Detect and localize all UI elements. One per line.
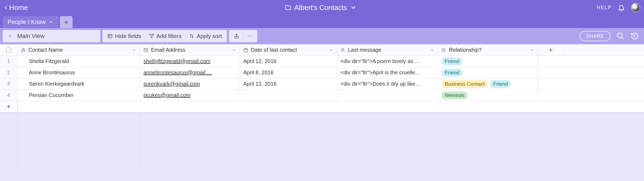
multiselect-icon xyxy=(441,48,446,53)
cell-message[interactable]: <div dir="ltr">Does it dry up like… xyxy=(337,78,438,89)
tab-people-i-know[interactable]: People I Know xyxy=(3,16,58,28)
home-label: Home xyxy=(9,4,28,12)
svg-marker-3 xyxy=(150,34,154,38)
svg-rect-10 xyxy=(22,50,25,52)
chevron-down-icon xyxy=(350,4,359,11)
share-button[interactable]: SHARE xyxy=(580,31,611,41)
tag-friend: Friend xyxy=(441,69,463,77)
cell-relationship[interactable]: Friend xyxy=(438,56,538,67)
svg-point-25 xyxy=(442,51,443,51)
cell-email[interactable]: shellyjfitzgerald@gmail.com xyxy=(140,56,240,67)
table-row: 3Søren Kierkegaardvarksorenkvark@gmail.c… xyxy=(0,78,644,90)
cell-relationship[interactable]: Business ContactFriend xyxy=(438,78,538,89)
chevron-down-icon xyxy=(49,20,53,25)
row-number[interactable]: 3 xyxy=(0,78,18,89)
history-icon[interactable] xyxy=(631,32,639,40)
cell-email[interactable]: sorenkvark@gmail.com xyxy=(140,78,240,89)
row-number[interactable]: 4 xyxy=(0,90,18,101)
row-tail xyxy=(564,78,644,89)
cell-email[interactable]: annebrontesaurus@gmail.… xyxy=(140,67,240,78)
cell-spacer xyxy=(538,90,564,101)
base-name: Albert's Contacts xyxy=(294,4,347,12)
cell-name[interactable]: Anne Brontësaurus xyxy=(18,67,140,78)
more-button[interactable] xyxy=(243,30,256,42)
select-all-checkbox[interactable] xyxy=(6,48,11,53)
apply-sort-button[interactable]: Apply sort xyxy=(185,30,225,42)
toolbar-group-share xyxy=(229,30,257,42)
home-link[interactable]: Home xyxy=(4,4,28,12)
svg-point-8 xyxy=(618,33,622,38)
svg-rect-0 xyxy=(108,34,112,38)
cell-name[interactable]: Persian Cucumber xyxy=(18,90,140,101)
table-tabs: People I Know + xyxy=(0,15,644,28)
cell-date[interactable]: April 8, 2016 xyxy=(240,67,337,78)
chevron-down-icon[interactable] xyxy=(329,48,334,53)
cell-message[interactable]: <div dir="ltr">A poem lovely as … xyxy=(337,56,438,67)
column-header-email[interactable]: Email Address xyxy=(140,44,240,55)
cell-date[interactable]: April 12, 2016 xyxy=(240,78,337,89)
svg-point-7 xyxy=(251,36,252,37)
calendar-icon: 7 xyxy=(243,48,248,53)
add-table-button[interactable]: + xyxy=(60,16,73,28)
chevron-down-icon[interactable] xyxy=(530,48,535,53)
filter-icon xyxy=(149,33,154,39)
cell-spacer xyxy=(538,78,564,89)
cell-name[interactable]: Søren Kierkegaardvark xyxy=(18,78,140,89)
view-name: Main View xyxy=(17,33,44,40)
table-row: 4Persian Cucumberpcukes@gmail.comNemesis xyxy=(0,90,644,101)
add-column-button[interactable]: + xyxy=(538,44,564,55)
row-number[interactable]: 2 xyxy=(0,67,18,78)
share-icon xyxy=(234,33,239,39)
chevron-left-icon xyxy=(4,5,9,10)
row-tail xyxy=(564,90,644,101)
cell-name[interactable]: Shella Fitzgerald xyxy=(18,56,140,67)
column-header-relationship[interactable]: Relationship? xyxy=(438,44,538,55)
row-tail xyxy=(331,101,644,112)
grid-icon xyxy=(107,33,113,39)
cell-message[interactable] xyxy=(337,90,438,101)
chevron-down-icon[interactable] xyxy=(232,48,237,53)
view-selector[interactable]: Main View xyxy=(3,30,100,42)
column-header-message[interactable]: Last message xyxy=(337,44,438,55)
add-filters-button[interactable]: Add filters xyxy=(145,30,185,42)
svg-text:7: 7 xyxy=(245,50,246,51)
svg-line-9 xyxy=(622,37,624,39)
base-title[interactable]: Albert's Contacts xyxy=(285,4,359,12)
cell-relationship[interactable]: Friend xyxy=(438,67,538,78)
bell-icon[interactable] xyxy=(618,4,625,11)
column-header-name[interactable]: Contact Name xyxy=(18,44,140,55)
svg-point-5 xyxy=(248,36,249,37)
chevron-down-icon[interactable] xyxy=(132,48,137,53)
search-icon[interactable] xyxy=(616,32,625,40)
cell-relationship[interactable]: Nemesis xyxy=(438,90,538,101)
hide-fields-button[interactable]: Hide fields xyxy=(104,30,145,42)
chevron-down-icon[interactable] xyxy=(430,48,435,53)
svg-point-23 xyxy=(442,48,443,49)
lock-icon xyxy=(21,48,26,53)
cell-date[interactable] xyxy=(240,90,337,101)
table-row: 1Shella Fitzgeraldshellyjfitzgerald@gmai… xyxy=(0,56,644,67)
topbar-right: HELP xyxy=(597,3,640,12)
folder-icon xyxy=(285,4,294,11)
toolbar-group-main: Hide fields Add filters Apply sort xyxy=(102,30,227,42)
cell-date[interactable]: April 12, 2016 xyxy=(240,56,337,67)
column-header-date[interactable]: 7 Date of last contact xyxy=(240,44,337,55)
export-button[interactable] xyxy=(230,30,243,42)
select-all-cell xyxy=(0,44,18,55)
help-link[interactable]: HELP xyxy=(597,5,612,11)
row-tail xyxy=(564,67,644,78)
add-row-button[interactable]: + xyxy=(0,101,18,112)
chevron-down-icon xyxy=(8,34,12,39)
avatar[interactable] xyxy=(631,3,640,12)
row-number[interactable]: 1 xyxy=(0,56,18,67)
cell-email[interactable]: pcukes@gmail.com xyxy=(140,90,240,101)
tag-nemesis: Nemesis xyxy=(441,91,468,99)
cell-message[interactable]: <div dir="ltr">April is the cruelle… xyxy=(337,67,438,78)
plus-icon: + xyxy=(6,102,11,111)
add-row: + xyxy=(0,101,644,112)
cell-spacer xyxy=(538,67,564,78)
view-toolbar: Main View Hide fields Add filters Apply … xyxy=(0,28,644,44)
envelope-icon xyxy=(143,48,148,53)
tag-business: Business Contact xyxy=(441,80,488,88)
svg-point-24 xyxy=(442,50,443,50)
